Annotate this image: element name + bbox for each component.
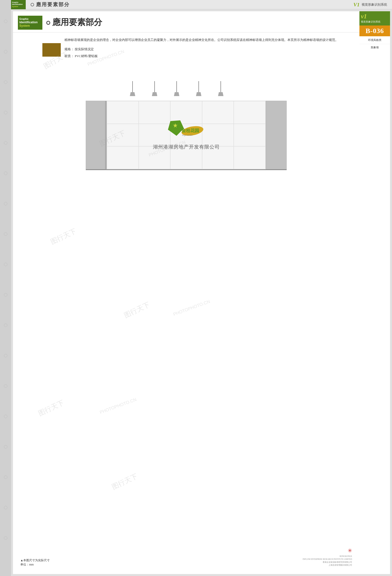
punch-hole xyxy=(4,50,7,54)
svg-text:Jingui Garden: Jingui Garden xyxy=(182,134,193,136)
note-actual-size: ▲本图尺寸为实际尺寸 xyxy=(20,558,50,563)
spec-label: 规格： xyxy=(64,47,74,51)
wall-cell xyxy=(107,101,139,124)
bottom-left-notes: ▲本图尺寸为实际尺寸 单位：mm xyxy=(20,558,50,567)
nav-logo-line1: Graphic xyxy=(12,1,25,3)
nav-title-bullet xyxy=(31,3,34,6)
page-header: Graphic Identification System 應用要素部分 xyxy=(13,11,359,33)
nav-v1-label: V1 xyxy=(353,1,360,8)
pendant-3 xyxy=(174,81,179,96)
punch-hole xyxy=(4,202,7,205)
pendant-wire xyxy=(154,81,155,92)
bottom-star-icon: ✳ xyxy=(348,547,352,554)
spec-line: 规格： 按实际情况定 xyxy=(64,46,350,52)
wall-cell xyxy=(234,146,266,169)
pendant-shade xyxy=(174,92,179,96)
punch-hole xyxy=(4,80,7,84)
page-main-title: 應用要素部分 xyxy=(52,17,102,28)
header-title-area: 應用要素部分 xyxy=(46,16,102,28)
logo-svg: 金桂花园 Jingui Garden xyxy=(167,120,206,138)
pendant-1 xyxy=(130,81,135,96)
watermark-5: 图行天下 xyxy=(49,227,78,247)
sidebar-system-title: 视觉形象识别系统 xyxy=(361,20,389,24)
wall-cell xyxy=(107,146,139,169)
company-full-name: 湖州港湖房地产开发有限公司 xyxy=(153,144,220,150)
bottom-notes: ▲本图尺寸为实际尺寸 单位：mm ✳ HONGKONGE INFLUM ENTE… xyxy=(13,547,359,567)
material-value: PVC材料/塑铝板 xyxy=(75,54,98,58)
punch-hole xyxy=(4,263,7,266)
punch-hole xyxy=(4,232,7,236)
punch-hole xyxy=(4,111,7,114)
sidebar-category: 环境风格类 xyxy=(359,36,390,44)
svg-text:金桂花园: 金桂花园 xyxy=(181,128,199,133)
material-line: 材质： PVC材料/塑铝板 xyxy=(64,53,350,59)
nav-logo-line2: Identification xyxy=(12,3,25,5)
nav-logo-line3: System xyxy=(12,6,25,8)
company-logo: 金桂花园 Jingui Garden xyxy=(167,120,206,139)
bottom-company-line3: 香港企业策划标准研究所有限公司 xyxy=(303,561,352,564)
description-text: 精神标语墙展现的是企业的理念，对企业内部可以增强企业员工的凝聚力，对外展示的是企… xyxy=(64,38,338,42)
visualization-section: 金桂花园 Jingui Garden 湖州港湖房地产开发有限公司 xyxy=(13,71,359,180)
note-unit: 单位：mm xyxy=(20,563,50,567)
logo-identification: Identification xyxy=(19,21,41,24)
material-label: 材质： xyxy=(64,54,74,58)
sidebar-v1-label: v1 xyxy=(361,13,367,20)
punch-hole xyxy=(4,323,7,327)
pendant-shade xyxy=(130,92,135,96)
description-paragraph: 精神标语墙展现的是企业的理念，对企业内部可以增强企业员工的凝聚力，对外展示的是企… xyxy=(64,37,350,43)
pendant-wire xyxy=(132,81,133,92)
spec-value: 按实际情况定 xyxy=(75,47,94,51)
pillar-edge xyxy=(105,101,106,169)
wall-cell xyxy=(107,124,139,146)
nav-logo: Graphic Identification System xyxy=(11,0,26,9)
punch-hole xyxy=(4,536,7,540)
sidebar-green-top: v1 视觉形象识别系统 xyxy=(359,11,390,26)
header-logo-green: Graphic Identification System xyxy=(18,16,42,30)
top-nav-bar: Graphic Identification System 應用要素部分 V1 … xyxy=(11,0,392,9)
sidebar-badge: B-036 xyxy=(359,26,390,36)
watermark-9: PHOTOPHOTO.CN xyxy=(99,397,137,415)
pendant-4 xyxy=(196,81,201,96)
nav-system-label: 视觉形象识别系统 xyxy=(362,2,387,7)
punch-hole xyxy=(4,476,7,479)
punch-hole xyxy=(4,415,7,418)
punch-hole xyxy=(4,445,7,449)
pendant-2 xyxy=(152,81,157,96)
logo-system: System xyxy=(19,24,41,28)
watermark-10: 图行天下 xyxy=(110,472,139,492)
wall-logo-overlay: 金桂花园 Jingui Garden 湖州港湖房地产开发有限公司 xyxy=(153,120,220,150)
pendant-shade xyxy=(152,92,157,96)
punch-hole xyxy=(4,506,7,509)
wall-cell xyxy=(234,124,266,146)
punch-hole xyxy=(4,172,7,175)
pendant-wire xyxy=(198,81,199,92)
nav-title: 應用要素部分 xyxy=(36,1,70,8)
sidebar-subtitle: 形象墙 xyxy=(359,44,390,51)
bottom-company-info: HONGKONGE INFLUM ENTERPRISE RESEARCH INS… xyxy=(303,555,352,567)
wall-right-pillar xyxy=(266,101,287,169)
main-wall: 金桂花园 Jingui Garden 湖州港湖房地产开发有限公司 xyxy=(107,101,266,169)
watermark-8: 图行天下 xyxy=(37,398,66,418)
wall-left-pillar xyxy=(86,101,107,169)
pendant-5 xyxy=(218,81,224,96)
punch-hole xyxy=(4,293,7,297)
watermark-6: 图行天下 xyxy=(122,300,151,320)
bottom-company-line1: HONGKONGE xyxy=(303,555,352,558)
lights-row xyxy=(20,81,352,101)
punch-hole xyxy=(4,354,7,357)
pendant-wire xyxy=(221,81,221,92)
watermark-7: PHOTOPHOTO.CN xyxy=(172,299,211,317)
sidebar-v1-row: v1 xyxy=(361,13,389,20)
wall-assembly: 金桂花园 Jingui Garden 湖州港湖房地产开发有限公司 xyxy=(20,101,352,169)
title-circle-icon xyxy=(46,21,50,25)
pendant-shade xyxy=(196,92,201,96)
bottom-company-line2: INFLUM ENTERPRISE RESEARCH INSTITUTE LIM… xyxy=(303,558,352,561)
punch-hole xyxy=(4,20,7,23)
punch-hole xyxy=(4,141,7,144)
wall-cell xyxy=(234,101,266,124)
bottom-right-area: ✳ HONGKONGE INFLUM ENTERPRISE RESEARCH I… xyxy=(303,547,352,567)
header-logo-box: Graphic Identification System xyxy=(18,16,42,30)
wall-base-line xyxy=(86,169,287,170)
bottom-company-line4: 上海浩清管理顾问有限公司 xyxy=(303,564,352,567)
right-sidebar: v1 视觉形象识别系统 B-036 环境风格类 形象墙 xyxy=(359,11,390,574)
